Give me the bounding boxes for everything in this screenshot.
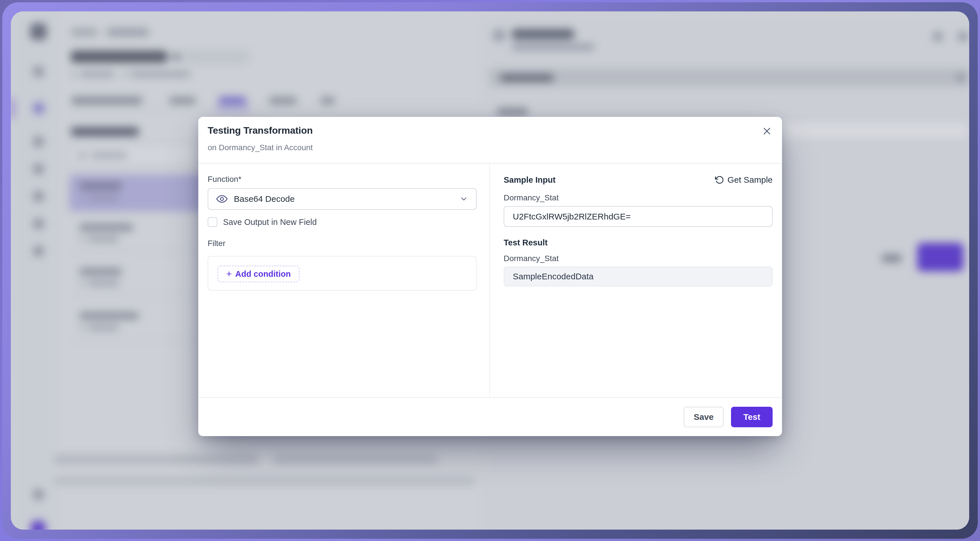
function-selected-value: Base64 Decode [234,194,453,204]
column-divider [490,163,490,396]
test-result-field-label: Dormancy_Stat [504,254,558,263]
function-label: Function* [208,175,241,184]
chevron-down-icon [460,195,468,203]
header-divider [198,163,782,164]
get-sample-label: Get Sample [728,175,773,185]
save-output-checkbox[interactable] [208,217,217,227]
plus-icon: + [226,269,232,278]
add-condition-button[interactable]: + Add condition [218,266,299,282]
save-button[interactable]: Save [684,407,724,427]
function-select[interactable]: Base64 Decode [208,188,477,210]
sample-input-field[interactable] [504,206,773,227]
eye-icon [216,193,228,205]
filter-label: Filter [208,239,225,248]
close-button[interactable] [760,124,774,138]
sample-input-field-label: Dormancy_Stat [504,193,558,203]
save-output-checkbox-row[interactable]: Save Output in New Field [208,217,317,227]
test-result-heading: Test Result [504,238,547,247]
close-icon [762,126,772,136]
screen: Testing Transformation on Dormancy_Stat … [0,0,980,541]
dialog-title: Testing Transformation [208,125,313,136]
dialog-subtitle: on Dormancy_Stat in Account [208,143,313,152]
test-result-field[interactable] [504,267,773,286]
test-button[interactable]: Test [731,407,773,427]
filter-card: + Add condition [208,256,477,291]
sample-input-heading: Sample Input [504,175,555,185]
save-output-label: Save Output in New Field [223,217,317,227]
get-sample-button[interactable]: Get Sample [715,174,773,186]
add-condition-label: Add condition [235,270,291,279]
testing-transformation-dialog: Testing Transformation on Dormancy_Stat … [198,117,782,436]
dialog-footer: Save Test [198,397,782,436]
refresh-icon [715,175,724,184]
